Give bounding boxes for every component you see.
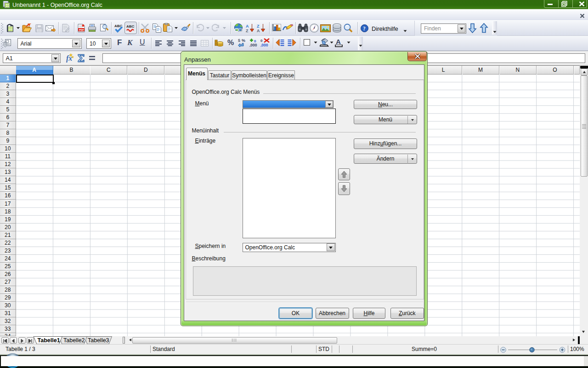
svg-text:,000: ,000 bbox=[260, 43, 268, 47]
svg-text:Tabelle2: Tabelle2 bbox=[63, 337, 85, 344]
svg-text:$: $ bbox=[238, 38, 240, 43]
svg-text:?: ? bbox=[363, 26, 366, 31]
svg-text:Z: Z bbox=[257, 24, 260, 29]
svg-text:Z: Z bbox=[246, 29, 249, 33]
svg-text:A: A bbox=[246, 24, 249, 29]
svg-text:,000: ,000 bbox=[249, 43, 257, 47]
svg-text:%: % bbox=[242, 38, 245, 43]
svg-text:Tabelle3: Tabelle3 bbox=[88, 337, 109, 344]
svg-text:ABC: ABC bbox=[126, 24, 135, 29]
svg-text:Tabelle1: Tabelle1 bbox=[38, 337, 60, 344]
svg-text:A: A bbox=[257, 29, 260, 33]
svg-text:0: 0 bbox=[260, 39, 263, 43]
svg-text:PDF: PDF bbox=[79, 29, 85, 31]
